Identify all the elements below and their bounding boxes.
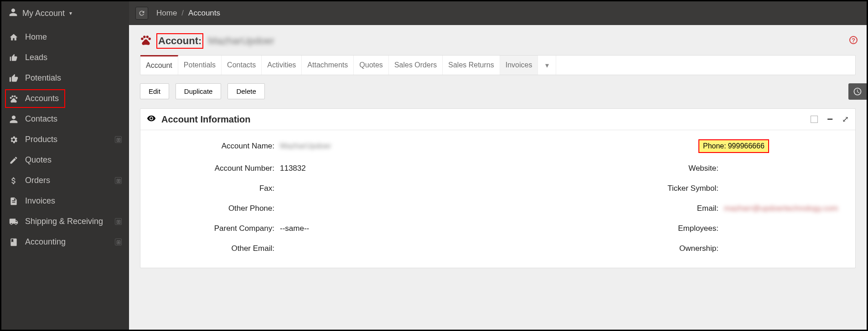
tab-label: Attachments — [307, 61, 348, 69]
tab-activities[interactable]: Activities — [262, 56, 302, 75]
field-label: Other Phone: — [140, 204, 277, 213]
help-icon[interactable]: ? — [849, 36, 858, 44]
gears-icon — [9, 135, 19, 144]
caret-down-icon: ▾ — [545, 61, 549, 70]
account-info-panel: Account Information − ⤢ Account Name: Ma… — [140, 108, 856, 268]
sidebar: My Account ▾ Home Leads Potentials Accou… — [1, 1, 129, 330]
tab-bar: Account Potentials Contacts Activities A… — [140, 55, 856, 75]
field-label: Ticker Symbol: — [498, 184, 721, 193]
info-row-other-phone: Other Phone: — [140, 199, 498, 219]
svg-point-0 — [10, 97, 12, 98]
info-row-website: Website: — [498, 158, 855, 178]
info-row-parent-company: Parent Company: --same-- — [140, 219, 498, 239]
info-row-other-email: Other Email: — [140, 239, 498, 259]
svg-point-3 — [16, 97, 17, 98]
sidebar-item-products[interactable]: Products ⊞ — [1, 129, 129, 150]
expand-icon[interactable]: ⊞ — [115, 239, 122, 245]
info-row-fax: Fax: — [140, 178, 498, 199]
sidebar-item-label: Accounting — [25, 237, 66, 247]
svg-point-4 — [141, 38, 143, 40]
info-row-account-name: Account Name: MazharUpdoer — [140, 134, 498, 158]
field-label: Account Name: — [140, 142, 277, 151]
refresh-button[interactable] — [135, 7, 148, 20]
sidebar-item-invoices[interactable]: Invoices — [1, 191, 129, 211]
panel-title: Account Information — [161, 114, 251, 125]
breadcrumb-current: Accounts — [188, 9, 220, 18]
edit-button[interactable]: Edit — [140, 83, 169, 99]
expand-icon[interactable]: ⊞ — [115, 136, 122, 143]
info-row-phone: Phone: 999966666 — [498, 134, 855, 158]
tab-account[interactable]: Account — [140, 55, 178, 75]
field-label: Employees: — [498, 224, 721, 233]
tab-sales-orders[interactable]: Sales Orders — [389, 56, 443, 75]
tab-label: Invoices — [506, 61, 532, 69]
field-label: Account Number: — [140, 164, 277, 173]
paw-icon — [9, 94, 19, 103]
tab-label: Account — [146, 61, 172, 70]
panel-expand[interactable]: ⤢ — [842, 114, 849, 124]
expand-icon[interactable]: ⊞ — [115, 177, 122, 184]
breadcrumb: Home / Accounts — [156, 9, 220, 18]
info-row-ownership: Ownership: — [498, 239, 855, 259]
field-label: Website: — [498, 164, 721, 173]
tab-sales-returns[interactable]: Sales Returns — [443, 56, 500, 75]
sidebar-item-label: Shipping & Receiving — [25, 217, 103, 226]
dollar-icon — [9, 176, 19, 185]
breadcrumb-home[interactable]: Home — [156, 9, 177, 18]
tab-label: Quotes — [359, 61, 383, 69]
field-value: 999966666 — [728, 142, 765, 150]
clock-widget[interactable] — [848, 83, 867, 100]
tab-potentials[interactable]: Potentials — [178, 56, 222, 75]
chevron-down-icon: ▾ — [69, 10, 72, 16]
panel-square-control[interactable] — [811, 116, 818, 123]
sidebar-item-leads[interactable]: Leads — [1, 47, 129, 68]
thumbs-up-icon — [9, 53, 19, 62]
sidebar-item-accounts[interactable]: Accounts — [1, 88, 129, 109]
sidebar-item-label: Orders — [25, 176, 50, 185]
user-icon — [9, 115, 19, 124]
truck-icon — [9, 217, 19, 226]
tab-quotes[interactable]: Quotes — [354, 56, 389, 75]
svg-point-1 — [11, 95, 13, 97]
field-label: Fax: — [140, 184, 277, 193]
field-value: MazharUpdoer — [277, 142, 331, 151]
topbar: Home / Accounts — [129, 1, 867, 25]
action-buttons: Edit Duplicate Delete — [140, 83, 856, 99]
tab-label: Activities — [267, 61, 296, 69]
tab-invoices[interactable]: Invoices — [500, 56, 538, 75]
sidebar-item-potentials[interactable]: Potentials — [1, 68, 129, 88]
field-value: --same-- — [277, 224, 309, 233]
tab-contacts[interactable]: Contacts — [222, 56, 262, 75]
panel-body: Account Name: MazharUpdoer Phone: 999966… — [140, 130, 855, 268]
thumbs-up-solid-icon — [9, 74, 19, 83]
breadcrumb-separator: / — [181, 9, 184, 18]
duplicate-button[interactable]: Duplicate — [176, 83, 222, 99]
phone-highlight: Phone: 999966666 — [698, 139, 769, 153]
info-row-ticker: Ticker Symbol: — [498, 178, 855, 199]
sidebar-item-contacts[interactable]: Contacts — [1, 109, 129, 129]
svg-point-6 — [146, 36, 149, 38]
sidebar-item-home[interactable]: Home — [1, 27, 129, 47]
tab-more-dropdown[interactable]: ▾ — [538, 56, 556, 75]
sidebar-item-label: Products — [25, 135, 57, 144]
sidebar-item-label: Quotes — [25, 155, 52, 165]
account-menu-label: My Account — [22, 9, 65, 18]
sidebar-item-label: Potentials — [25, 73, 61, 83]
sidebar-item-accounting[interactable]: Accounting ⊞ — [1, 232, 129, 252]
home-icon — [9, 33, 19, 42]
paw-icon — [140, 34, 152, 48]
sidebar-item-orders[interactable]: Orders ⊞ — [1, 170, 129, 191]
tab-label: Sales Orders — [394, 61, 437, 69]
book-icon — [9, 238, 19, 247]
expand-icon[interactable]: ⊞ — [115, 218, 122, 225]
panel-controls: − ⤢ — [811, 113, 849, 125]
sidebar-item-shipping[interactable]: Shipping & Receiving ⊞ — [1, 211, 129, 232]
delete-button[interactable]: Delete — [227, 83, 264, 99]
panel-minimize[interactable]: − — [827, 113, 833, 125]
sidebar-item-quotes[interactable]: Quotes — [1, 150, 129, 170]
tab-label: Contacts — [227, 61, 256, 69]
account-menu[interactable]: My Account ▾ — [1, 1, 129, 25]
tab-label: Potentials — [184, 61, 216, 69]
tab-attachments[interactable]: Attachments — [302, 56, 354, 75]
field-value: mazharr@updoertechnology.com — [721, 204, 838, 213]
